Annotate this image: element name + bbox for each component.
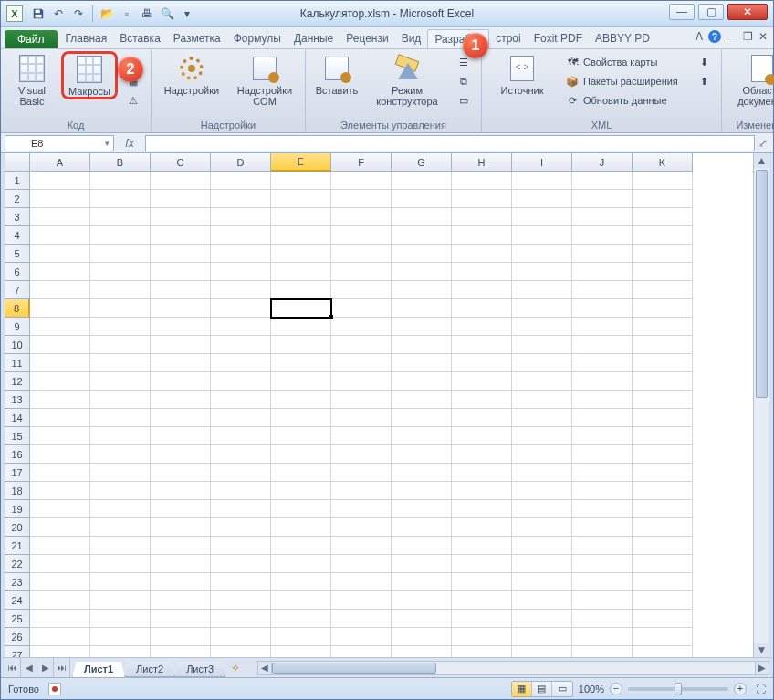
row-header-7[interactable]: 7 <box>5 281 30 299</box>
col-header-F[interactable]: F <box>331 153 392 172</box>
tab-foxit pdf[interactable]: Foxit PDF <box>528 29 589 48</box>
cell-B18[interactable] <box>90 482 151 500</box>
cell-H21[interactable] <box>452 537 512 555</box>
cell-I9[interactable] <box>512 318 572 336</box>
cell-K25[interactable] <box>633 610 693 628</box>
new-icon[interactable]: ▫ <box>119 5 135 22</box>
tab-формулы[interactable]: Формулы <box>227 29 288 48</box>
cell-J17[interactable] <box>572 464 633 482</box>
sheet-tab-Лист1[interactable]: Лист1 <box>72 662 125 677</box>
cell-K3[interactable] <box>633 208 693 226</box>
workbook-close-icon[interactable]: ✕ <box>758 30 768 43</box>
cell-D26[interactable] <box>211 628 271 646</box>
cell-F19[interactable] <box>331 500 392 518</box>
row-header-26[interactable]: 26 <box>5 628 30 646</box>
com-addins-button[interactable]: Надстройки COM <box>230 51 299 108</box>
cell-K24[interactable] <box>633 591 693 610</box>
cell-D22[interactable] <box>211 555 271 573</box>
cell-D11[interactable] <box>211 354 271 372</box>
cell-H14[interactable] <box>452 409 512 427</box>
cell-G18[interactable] <box>392 482 452 500</box>
zoom-out-button[interactable]: − <box>610 683 622 695</box>
cell-F7[interactable] <box>331 281 392 299</box>
cell-F24[interactable] <box>331 591 392 610</box>
cell-C1[interactable] <box>151 172 211 190</box>
cell-F16[interactable] <box>331 445 392 464</box>
insert-control-button[interactable]: Вставить <box>311 51 362 97</box>
cell-C25[interactable] <box>151 610 211 628</box>
qat-customize-icon[interactable]: ▾ <box>179 5 195 22</box>
cell-I26[interactable] <box>512 628 572 646</box>
cell-E1[interactable] <box>271 172 331 190</box>
cell-F3[interactable] <box>331 208 392 226</box>
page-break-view-button[interactable]: ▭ <box>552 682 572 696</box>
normal-view-button[interactable]: ▦ <box>512 682 532 696</box>
cell-I27[interactable] <box>512 646 572 657</box>
cell-D7[interactable] <box>211 281 271 299</box>
row-header-16[interactable]: 16 <box>5 445 30 464</box>
cell-H3[interactable] <box>452 208 512 226</box>
cell-E6[interactable] <box>271 263 331 281</box>
cell-D2[interactable] <box>211 190 271 208</box>
scroll-right-icon[interactable]: ▶ <box>755 661 769 675</box>
cell-F27[interactable] <box>331 646 392 657</box>
cell-H15[interactable] <box>452 427 512 445</box>
cell-K11[interactable] <box>633 354 693 372</box>
cell-A20[interactable] <box>30 518 90 537</box>
cell-D4[interactable] <box>211 226 271 245</box>
workbook-restore-icon[interactable]: ❐ <box>743 30 753 43</box>
tab-данные[interactable]: Данные <box>288 29 340 48</box>
cell-A27[interactable] <box>30 646 90 657</box>
cell-E4[interactable] <box>271 226 331 245</box>
col-header-J[interactable]: J <box>572 153 633 172</box>
row-header-12[interactable]: 12 <box>5 372 30 391</box>
cell-E12[interactable] <box>271 372 331 391</box>
cell-C15[interactable] <box>151 427 211 445</box>
row-header-13[interactable]: 13 <box>5 391 30 409</box>
file-tab[interactable]: Файл <box>5 30 58 48</box>
minimize-button[interactable]: — <box>669 4 695 20</box>
view-code-button[interactable]: ⧉ <box>452 72 476 90</box>
cell-A21[interactable] <box>30 537 90 555</box>
cell-H20[interactable] <box>452 518 512 537</box>
row-header-8[interactable]: 8 <box>5 299 30 318</box>
col-header-G[interactable]: G <box>392 153 452 172</box>
cell-G9[interactable] <box>392 318 452 336</box>
cell-J6[interactable] <box>572 263 633 281</box>
cell-B17[interactable] <box>90 464 151 482</box>
cell-J19[interactable] <box>572 500 633 518</box>
cell-B25[interactable] <box>90 610 151 628</box>
document-panel-button[interactable]: Область документа <box>727 51 774 108</box>
page-layout-view-button[interactable]: ▤ <box>532 682 552 696</box>
cell-K8[interactable] <box>633 299 693 318</box>
cell-I2[interactable] <box>512 190 572 208</box>
cell-G2[interactable] <box>392 190 452 208</box>
fullscreen-icon[interactable]: ⛶ <box>756 684 766 695</box>
cell-I6[interactable] <box>512 263 572 281</box>
open-icon[interactable]: 📂 <box>99 5 115 22</box>
cell-H24[interactable] <box>452 591 512 610</box>
cell-I18[interactable] <box>512 482 572 500</box>
cell-H25[interactable] <box>452 610 512 628</box>
tab-разметка[interactable]: Разметка <box>167 29 227 48</box>
cell-I13[interactable] <box>512 391 572 409</box>
sheet-tab-Лист2[interactable]: Лист2 <box>124 662 175 677</box>
cell-E13[interactable] <box>271 391 331 409</box>
cell-D3[interactable] <box>211 208 271 226</box>
cell-K14[interactable] <box>633 409 693 427</box>
cell-K10[interactable] <box>633 336 693 354</box>
cell-I11[interactable] <box>512 354 572 372</box>
cell-H26[interactable] <box>452 628 512 646</box>
cell-K21[interactable] <box>633 537 693 555</box>
cell-F2[interactable] <box>331 190 392 208</box>
minimize-ribbon-icon[interactable]: ᐱ <box>696 30 703 43</box>
cell-G16[interactable] <box>392 445 452 464</box>
cell-G4[interactable] <box>392 226 452 245</box>
cell-A25[interactable] <box>30 610 90 628</box>
scroll-up-icon[interactable]: ▲ <box>754 153 769 168</box>
cell-G10[interactable] <box>392 336 452 354</box>
cell-J11[interactable] <box>572 354 633 372</box>
cell-C16[interactable] <box>151 445 211 464</box>
cell-E26[interactable] <box>271 628 331 646</box>
cell-H7[interactable] <box>452 281 512 299</box>
